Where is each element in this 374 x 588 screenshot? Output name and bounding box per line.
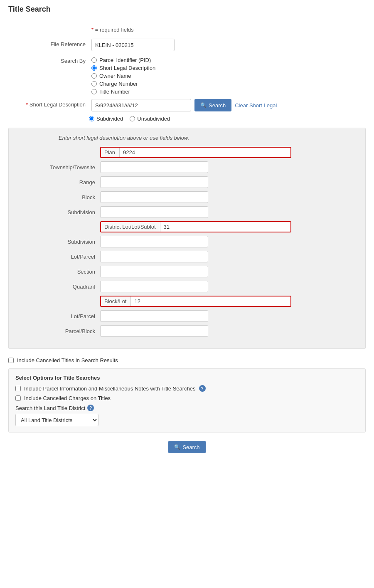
lot-parcel1-label: Lot/Parcel bbox=[17, 254, 100, 260]
subdivision1-input[interactable] bbox=[100, 206, 208, 218]
subdivision1-row: Subdivision bbox=[17, 206, 357, 218]
options-section: Include Cancelled Titles in Search Resul… bbox=[8, 357, 366, 432]
section-label: Section bbox=[17, 269, 100, 275]
search-button[interactable]: 🔍 Search bbox=[194, 99, 231, 111]
quadrant-label: Quadrant bbox=[17, 284, 100, 290]
bottom-search-button[interactable]: 🔍 Search bbox=[168, 441, 205, 453]
subdivision2-row: Subdivision bbox=[17, 236, 357, 247]
fields-panel-note: Enter short legal description above or u… bbox=[59, 135, 357, 141]
parcel-info-icon[interactable]: ? bbox=[199, 385, 206, 392]
section-input[interactable] bbox=[100, 266, 208, 277]
lot-parcel1-input[interactable] bbox=[100, 251, 208, 262]
cancelled-charges-label: Include Cancelled Charges on Titles bbox=[24, 395, 111, 401]
plan-label: Plan bbox=[101, 148, 120, 157]
search-by-label: Search By bbox=[8, 55, 91, 64]
select-options-panel: Select Options for Title Searches Includ… bbox=[8, 368, 366, 432]
block-lot-input[interactable] bbox=[131, 296, 290, 306]
short-legal-controls: 🔍 Search Clear Short Legal bbox=[91, 99, 277, 111]
parcel-block-input[interactable] bbox=[100, 325, 208, 337]
cancelled-charges-checkbox[interactable] bbox=[15, 395, 21, 401]
short-legal-input[interactable] bbox=[91, 99, 191, 111]
search-by-owner-name[interactable]: Owner Name bbox=[91, 73, 155, 79]
township-row: Township/Townsite bbox=[17, 161, 357, 173]
quadrant-row: Quadrant bbox=[17, 281, 357, 292]
page-title: Title Search bbox=[0, 0, 374, 18]
search-by-short-legal[interactable]: Short Legal Description bbox=[91, 65, 155, 71]
bottom-search-icon: 🔍 bbox=[174, 444, 180, 450]
district-lot-input[interactable] bbox=[160, 222, 290, 232]
search-by-options: Parcel Identifier (PID) Short Legal Desc… bbox=[91, 55, 155, 95]
subdivided-option[interactable]: Subdivided bbox=[89, 116, 123, 122]
search-by-pid[interactable]: Parcel Identifier (PID) bbox=[91, 57, 155, 63]
include-cancelled-label: Include Cancelled Titles in Search Resul… bbox=[17, 357, 118, 363]
block-label: Block bbox=[17, 194, 100, 200]
block-lot-label: Block/Lot bbox=[101, 296, 131, 306]
range-input[interactable] bbox=[100, 176, 208, 188]
bottom-search-label: Search bbox=[182, 444, 199, 450]
township-input[interactable] bbox=[100, 161, 208, 173]
search-button-label: Search bbox=[209, 102, 226, 109]
short-legal-label: Short Legal Description bbox=[8, 99, 91, 108]
bottom-search-row: 🔍 Search bbox=[8, 441, 366, 453]
include-cancelled-row: Include Cancelled Titles in Search Resul… bbox=[8, 357, 366, 363]
subdivided-row: Subdivided Unsubdivided bbox=[89, 116, 374, 122]
township-label: Township/Townsite bbox=[17, 164, 100, 170]
range-row: Range bbox=[17, 176, 357, 188]
block-lot-row: Block/Lot bbox=[17, 296, 357, 307]
required-note: * = required fields bbox=[91, 27, 374, 33]
district-lot-label: District Lot/Lot/Sublot bbox=[101, 222, 160, 232]
subdivision2-label: Subdivision bbox=[17, 239, 100, 245]
plan-group: Plan bbox=[100, 147, 291, 158]
fields-panel: Enter short legal description above or u… bbox=[8, 128, 366, 349]
land-title-district-select[interactable]: All Land Title Districts Capital Kamloop… bbox=[15, 414, 98, 426]
land-title-district-label: Search this Land Title District ? bbox=[15, 405, 359, 411]
district-lot-row: District Lot/Lot/Sublot bbox=[17, 221, 357, 232]
search-by-charge-number[interactable]: Charge Number bbox=[91, 81, 155, 87]
quadrant-input[interactable] bbox=[100, 281, 208, 292]
parcel-block-label: Parcel/Block bbox=[17, 328, 100, 334]
search-icon: 🔍 bbox=[200, 102, 207, 108]
file-reference-label: File Reference bbox=[8, 39, 91, 47]
file-reference-row: File Reference bbox=[0, 39, 374, 51]
select-options-title: Select Options for Title Searches bbox=[15, 375, 359, 381]
block-input[interactable] bbox=[100, 191, 208, 203]
unsubdivided-option[interactable]: Unsubdivided bbox=[130, 116, 170, 122]
parcel-block-row: Parcel/Block bbox=[17, 325, 357, 337]
parcel-info-row: Include Parcel Information and Miscellan… bbox=[15, 385, 359, 392]
search-by-row: Search By Parcel Identifier (PID) Short … bbox=[0, 55, 374, 95]
district-lot-group: District Lot/Lot/Sublot bbox=[100, 221, 291, 232]
search-by-title-number[interactable]: Title Number bbox=[91, 89, 155, 95]
lot-parcel1-row: Lot/Parcel bbox=[17, 251, 357, 262]
range-label: Range bbox=[17, 179, 100, 185]
lot-parcel2-label: Lot/Parcel bbox=[17, 313, 100, 319]
cancelled-charges-row: Include Cancelled Charges on Titles bbox=[15, 395, 359, 401]
lot-parcel2-row: Lot/Parcel bbox=[17, 310, 357, 322]
include-cancelled-checkbox[interactable] bbox=[8, 358, 14, 363]
file-reference-input[interactable] bbox=[91, 39, 175, 51]
plan-row: Plan bbox=[17, 147, 357, 158]
lot-parcel2-input[interactable] bbox=[100, 310, 208, 322]
clear-short-legal-button[interactable]: Clear Short Legal bbox=[235, 102, 277, 109]
block-row: Block bbox=[17, 191, 357, 203]
subdivision1-label: Subdivision bbox=[17, 209, 100, 215]
parcel-info-label: Include Parcel Information and Miscellan… bbox=[24, 385, 196, 392]
land-title-info-icon[interactable]: ? bbox=[87, 405, 94, 411]
plan-input[interactable] bbox=[120, 148, 290, 157]
parcel-info-checkbox[interactable] bbox=[15, 386, 21, 391]
section-row: Section bbox=[17, 266, 357, 277]
block-lot-group: Block/Lot bbox=[100, 296, 291, 307]
subdivision2-input[interactable] bbox=[100, 236, 208, 247]
short-legal-row: Short Legal Description 🔍 Search Clear S… bbox=[0, 99, 374, 111]
